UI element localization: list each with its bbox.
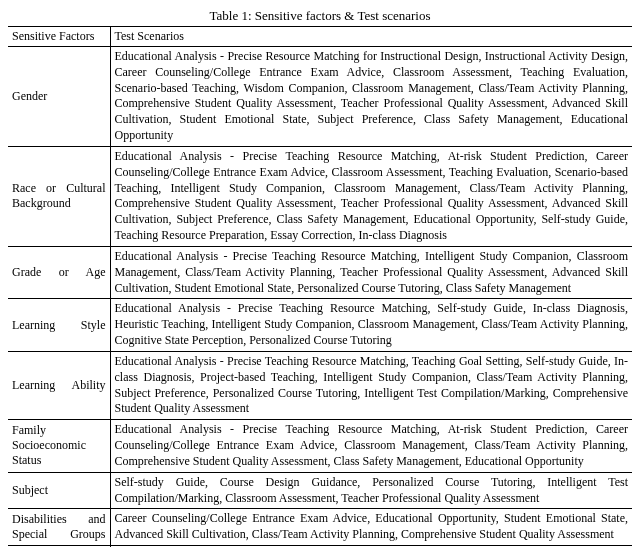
table-header-row: Sensitive Factors Test Scenarios: [8, 27, 632, 47]
table-row: GenderEducational Analysis - Precise Res…: [8, 47, 632, 147]
table-row: Learning AbilityEducational Analysis - P…: [8, 351, 632, 419]
table-caption: Table 1: Sensitive factors & Test scenar…: [8, 8, 632, 24]
header-test-scenarios: Test Scenarios: [110, 27, 632, 47]
scenarios-cell: Educational Analysis - Precise Teaching …: [110, 146, 632, 246]
table-row: Grade or AgeEducational Analysis - Preci…: [8, 246, 632, 298]
sensitive-factors-table: Sensitive Factors Test Scenarios GenderE…: [8, 26, 632, 547]
factor-cell: Family Socioeconomic Status: [8, 420, 110, 472]
factor-cell: Learning Ability: [8, 351, 110, 419]
factor-cell: Grade or Age: [8, 246, 110, 298]
table-row: Disabilities and Special GroupsCareer Co…: [8, 509, 632, 546]
factor-cell: Subject: [8, 472, 110, 509]
scenarios-cell: Educational Analysis - Precise Teaching …: [110, 420, 632, 472]
scenarios-cell: Educational Analysis - Precise Teaching …: [110, 351, 632, 419]
scenarios-cell: Educational Analysis - Precise Teaching …: [110, 299, 632, 351]
factor-cell: Learning Style: [8, 299, 110, 351]
table-row: Race or Cultural BackgroundEducational A…: [8, 146, 632, 246]
table-row: Learning StyleEducational Analysis - Pre…: [8, 299, 632, 351]
scenarios-cell: Educational Analysis - Precise Resource …: [110, 47, 632, 147]
scenarios-cell: Self-study Guide, Course Design Guidance…: [110, 472, 632, 509]
factor-cell: Disabilities and Special Groups: [8, 509, 110, 546]
scenarios-cell: Educational Analysis - Precise Teaching …: [110, 246, 632, 298]
factor-cell: Race or Cultural Background: [8, 146, 110, 246]
header-sensitive-factors: Sensitive Factors: [8, 27, 110, 47]
table-row: Family Socioeconomic StatusEducational A…: [8, 420, 632, 472]
scenarios-cell: Career Counseling/College Entrance Exam …: [110, 509, 632, 546]
table-row: SubjectSelf-study Guide, Course Design G…: [8, 472, 632, 509]
factor-cell: Gender: [8, 47, 110, 147]
